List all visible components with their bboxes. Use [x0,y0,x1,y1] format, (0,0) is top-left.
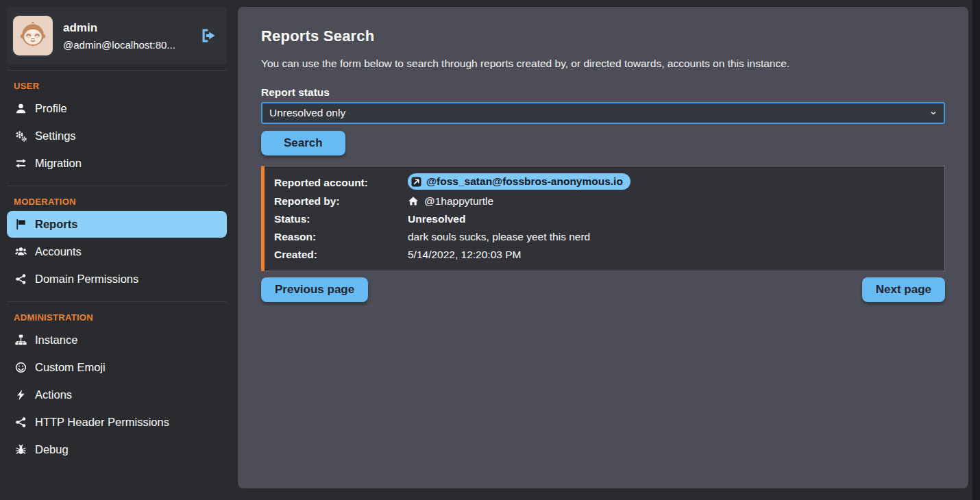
flag-icon [14,218,27,230]
page-description: You can use the form below to search thr… [261,58,945,70]
nav-section-moderation: MODERATION Reports [7,186,227,301]
sidebar-item-http-header-permissions[interactable]: HTTP Header Permissions [7,409,227,436]
chevron-down-icon [929,108,938,118]
report-status-value: Unresolved [408,210,935,228]
sidebar-item-accounts[interactable]: Accounts [7,238,227,265]
user-handle: @admin@localhost:80... [63,39,189,51]
pagination: Previous page Next page [261,277,945,302]
report-row-label: Created: [274,246,408,264]
sidebar-item-migration[interactable]: Migration [7,150,227,177]
avatar [13,16,53,55]
share-nodes-icon [14,416,27,428]
page-title: Reports Search [261,27,945,45]
user-name: admin [63,21,189,35]
sidebar-item-instance[interactable]: Instance [7,327,227,353]
main-panel: Reports Search You can use the form belo… [238,7,968,488]
sidebar-item-settings[interactable]: Settings [7,123,227,149]
sidebar: admin @admin@localhost:80... USER [0,0,238,500]
report-status-select[interactable]: Unresolved only [261,102,945,124]
sidebar-item-label: Debug [35,443,69,456]
sidebar-item-label: Profile [35,102,67,115]
nav-section-header: USER [7,75,227,95]
nav-section-header: MODERATION [7,190,227,210]
report-row-created: Created: 5/14/2022, 12:20:03 PM [274,246,935,264]
sidebar-nav: USER Profile [7,70,227,472]
bug-icon [14,444,27,455]
user-card: admin @admin@localhost:80... [7,7,227,64]
nav-section-header: ADMINISTRATION [7,306,227,326]
previous-page-button[interactable]: Previous page [261,277,368,302]
sidebar-item-label: Custom Emoji [35,361,106,374]
sidebar-item-label: Reports [35,218,77,231]
sidebar-item-label: Instance [35,334,77,347]
report-row-label: Reason: [274,228,408,246]
users-icon [14,246,27,258]
search-button[interactable]: Search [261,131,345,155]
sidebar-item-profile[interactable]: Profile [7,95,227,122]
sidebar-item-actions[interactable]: Actions [7,382,227,408]
nav-section-administration: ADMINISTRATION Instance [7,301,227,472]
external-link-icon [411,177,421,187]
sidebar-item-label: Domain Permissions [35,273,138,286]
reported-account-handle: @foss_satan@fossbros-anonymous.io [426,174,623,189]
report-status-selected-value: Unresolved only [269,107,345,119]
share-nodes-icon [14,273,27,285]
sidebar-item-debug[interactable]: Debug [7,436,227,463]
report-row-label: Reported by: [274,192,408,210]
nav-section-user: USER Profile [7,70,227,186]
report-row-label: Reported account: [274,174,408,192]
report-status-label: Report status [261,86,945,99]
report-created-value: 5/14/2022, 12:20:03 PM [408,246,935,264]
reported-account-badge[interactable]: @foss_satan@fossbros-anonymous.io [408,173,630,190]
sidebar-item-label: HTTP Header Permissions [35,416,169,429]
sidebar-item-domain-permissions[interactable]: Domain Permissions [7,266,227,292]
report-row-reason: Reason: dark souls sucks, please yeet th… [274,228,935,246]
bolt-icon [14,389,27,401]
sitemap-icon [14,334,27,346]
report-row-reported-account: Reported account: @foss_satan@fossbros-a… [274,173,935,192]
sign-out-icon [199,27,217,44]
app-root: admin @admin@localhost:80... USER [0,0,980,500]
reporter-handle: @1happyturtle [424,192,493,210]
report-reason-value: dark souls sucks, please yeet this nerd [408,228,935,246]
report-card[interactable]: Reported account: @foss_satan@fossbros-a… [261,166,945,271]
report-row-reported-by: Reported by: @1happyturtle [274,192,935,210]
report-row-status: Status: Unresolved [274,210,935,228]
next-page-button[interactable]: Next page [862,277,945,302]
sidebar-item-label: Migration [35,157,82,170]
user-icon [14,103,27,114]
smiley-icon [14,362,27,373]
gears-icon [14,130,27,142]
sidebar-item-label: Accounts [35,245,82,258]
logout-button[interactable] [199,27,217,45]
user-info: admin @admin@localhost:80... [63,21,189,51]
sidebar-item-label: Settings [35,129,76,142]
scrollbar-track[interactable] [972,0,980,500]
sidebar-item-custom-emoji[interactable]: Custom Emoji [7,354,227,381]
exchange-arrows-icon [14,158,27,169]
report-row-label: Status: [274,210,408,228]
home-icon [408,196,419,206]
sidebar-item-label: Actions [35,388,72,401]
sidebar-item-reports[interactable]: Reports [7,211,227,238]
